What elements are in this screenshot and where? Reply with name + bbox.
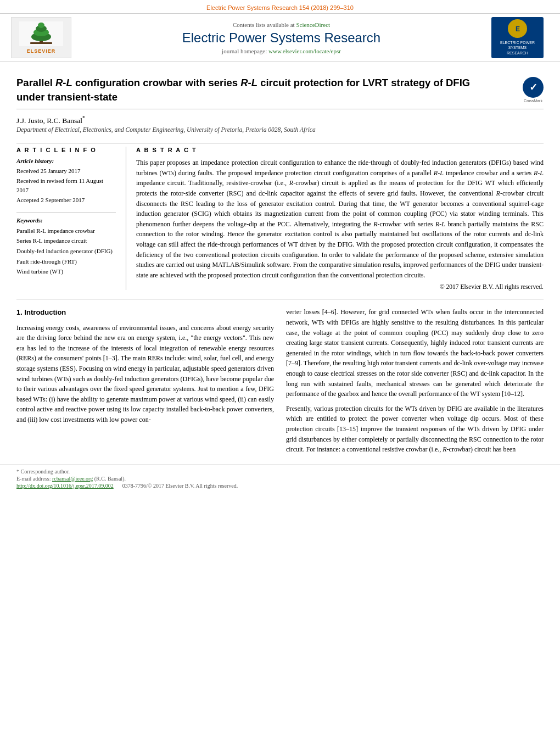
keyword-3: Doubly-fed induction generator (DFIG): [16, 246, 116, 256]
article-history-label: Article history:: [16, 158, 116, 164]
section-divider: [16, 299, 544, 299]
contents-line: Contents lists available at ScienceDirec…: [82, 21, 480, 28]
abstract-copyright: © 2017 Elsevier B.V. All rights reserved…: [136, 283, 544, 290]
body-right: verter losses [4–6]. However, for grid c…: [286, 307, 544, 459]
keyword-5: Wind turbine (WT): [16, 266, 116, 277]
elsevier-label: ELSEVIER: [27, 48, 56, 54]
body-para-1: Increasing energy costs, awareness of en…: [16, 323, 274, 425]
article-info-heading: A R T I C L E I N F O: [16, 147, 116, 153]
authors-text: J.J. Justo, R.C. Bansal: [16, 116, 82, 124]
keyword-1: Parallel R-L impedance crowbar: [16, 226, 116, 236]
journal-citation: Electric Power Systems Research 154 (201…: [206, 4, 354, 11]
science-direct-link[interactable]: ScienceDirect: [296, 21, 330, 28]
keywords-list: Parallel R-L impedance crowbar Series R-…: [16, 226, 116, 277]
doi-link[interactable]: http://dx.doi.org/10.1016/j.epsr.2017.09…: [16, 483, 114, 489]
footer-email: E-mail address: rcbansal@ieee.org (R.C. …: [16, 476, 544, 482]
email-link[interactable]: rcbansal@ieee.org: [52, 476, 93, 482]
elsevier-tree-svg: [19, 21, 63, 46]
page-footer: * Corresponding author. E-mail address: …: [0, 465, 560, 492]
two-col-section: A R T I C L E I N F O Article history: R…: [16, 143, 544, 290]
accepted: Accepted 2 September 2017: [16, 196, 116, 205]
body-para-right-1: verter losses [4–6]. However, for grid c…: [286, 307, 544, 399]
received-1: Received 25 January 2017: [16, 166, 116, 176]
keywords-label: Keywords:: [16, 217, 116, 224]
footnote-star: * Corresponding author.: [16, 468, 70, 475]
keyword-4: Fault ride-through (FRT): [16, 256, 116, 267]
homepage-text: journal homepage:: [222, 48, 267, 54]
article-title: Parallel R-L configuration crowbar with …: [16, 76, 483, 104]
body-two-col: 1. Introduction Increasing energy costs,…: [16, 307, 544, 459]
epsr-label: ELECTRIC POWERSYSTEMSRESEARCH: [500, 40, 535, 56]
authors-line: J.J. Justo, R.C. Bansal*: [16, 115, 544, 125]
keywords-section: Keywords: Parallel R-L impedance crowbar…: [16, 212, 116, 277]
abstract-heading: A B S T R A C T: [136, 147, 544, 153]
epsr-icon-svg: E: [509, 20, 526, 37]
page: Electric Power Systems Research 154 (201…: [0, 0, 560, 742]
svg-rect-6: [30, 42, 52, 44]
homepage-url[interactable]: www.elsevier.com/locate/epsr: [268, 48, 341, 54]
contents-text: Contents lists available at: [233, 21, 295, 28]
affiliation-line: Department of Electrical, Electronics, a…: [16, 126, 544, 133]
crossmark-icon: ✓ CrossMark: [523, 77, 544, 98]
journal-top-bar: Electric Power Systems Research 154 (201…: [0, 0, 560, 13]
abstract-text: This paper proposes an impedance protect…: [136, 158, 544, 280]
epsr-icon: E: [508, 19, 527, 38]
right-col: A B S T R A C T This paper proposes an i…: [126, 147, 544, 290]
epsr-logo: E ELECTRIC POWERSYSTEMSRESEARCH: [491, 17, 544, 58]
header-section: ELSEVIER Contents lists available at Sci…: [0, 13, 560, 62]
email-label: E-mail address:: [16, 476, 51, 482]
crossmark-circle: ✓: [523, 77, 544, 98]
received-revised: Received in revised form 11 August 2017: [16, 176, 116, 196]
body-left: 1. Introduction Increasing energy costs,…: [16, 307, 274, 459]
article-dates: Received 25 January 2017 Received in rev…: [16, 166, 116, 205]
email-suffix: (R.C. Bansal).: [94, 476, 126, 482]
issn-text: 0378-7796/© 2017 Elsevier B.V. All right…: [122, 483, 238, 489]
svg-point-5: [38, 23, 44, 28]
article-title-section: Parallel R-L configuration crowbar with …: [16, 68, 544, 109]
journal-homepage: journal homepage: www.elsevier.com/locat…: [82, 48, 480, 54]
left-col: A R T I C L E I N F O Article history: R…: [16, 147, 126, 290]
body-para-right-2: Presently, various protection circuits f…: [286, 404, 544, 455]
main-content: Parallel R-L configuration crowbar with …: [0, 62, 560, 465]
corresponding-star: *: [82, 115, 85, 121]
crossmark-label: CrossMark: [523, 99, 544, 103]
journal-title: Electric Power Systems Research: [82, 30, 480, 46]
elsevier-logo: ELSEVIER: [11, 17, 71, 58]
section1-heading: 1. Introduction: [16, 307, 274, 318]
header-center: Contents lists available at ScienceDirec…: [71, 21, 491, 54]
footer-fn: * Corresponding author.: [16, 468, 544, 475]
authors-section: J.J. Justo, R.C. Bansal* Department of E…: [16, 109, 544, 136]
keyword-2: Series R-L impedance circuit: [16, 236, 116, 246]
doi-bar: http://dx.doi.org/10.1016/j.epsr.2017.09…: [16, 483, 544, 489]
svg-text:E: E: [515, 25, 519, 33]
